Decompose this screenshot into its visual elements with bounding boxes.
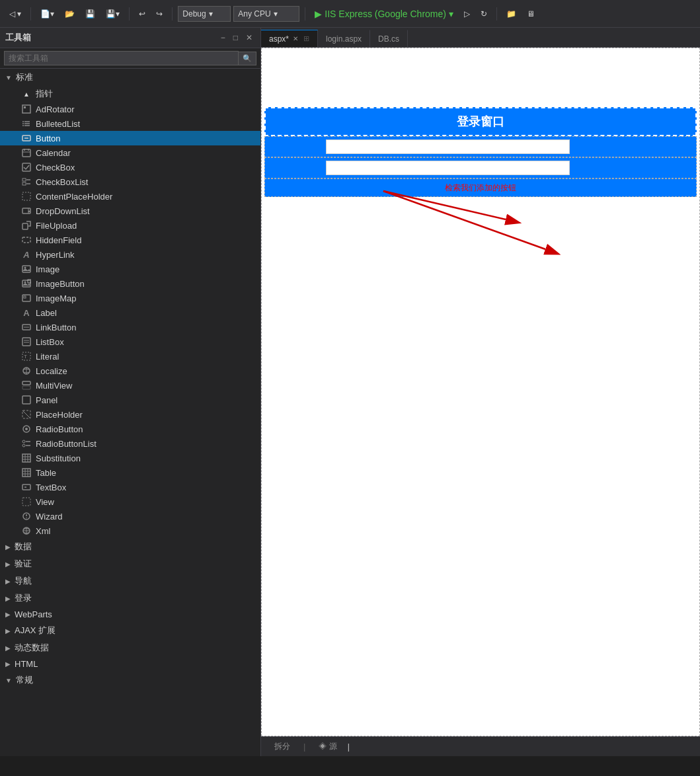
toolbox-panel: 工具箱 − □ ✕ 🔍 ▼ 标准 ▲ 指针 <box>0 28 261 756</box>
toolbox-item-fileupload[interactable]: FileUpload <box>0 218 260 233</box>
category-data[interactable]: ▶ 数据 <box>0 538 260 555</box>
toolbox-item-hiddenfield[interactable]: HiddenField <box>0 233 260 247</box>
category-ajax[interactable]: ▶ AJAX 扩展 <box>0 622 260 639</box>
toolbox-item-radiobuttonlist[interactable]: RadioButtonList <box>0 436 260 451</box>
toolbox-item-label: RadioButton <box>36 424 83 434</box>
svg-rect-63 <box>22 498 30 506</box>
toolbox-item-view[interactable]: View <box>0 494 260 509</box>
toolbox-item-label: Literal <box>36 352 59 362</box>
toolbox-item-label[interactable]: A Label <box>0 305 260 320</box>
toolbox-close-btn[interactable]: ✕ <box>243 32 255 43</box>
toolbox-item-checkboxlist[interactable]: CheckBoxList <box>0 175 260 189</box>
toolbox-item-label: AdRotator <box>36 104 75 114</box>
toolbox-item-imagebutton[interactable]: ImageButton <box>0 276 260 291</box>
back-btn[interactable]: ◁ ▾ <box>5 7 25 21</box>
tab-dbcs[interactable]: DB.cs <box>370 30 408 47</box>
login-username-input[interactable] <box>326 139 570 154</box>
category-arrow-ajax: ▶ <box>5 627 11 635</box>
login-password-row <box>264 157 697 178</box>
svg-rect-1 <box>24 106 26 108</box>
toolbox-item-calendar[interactable]: Calendar <box>0 145 260 160</box>
toolbox-item-table[interactable]: Table <box>0 465 260 480</box>
svg-line-44 <box>22 410 30 418</box>
placeholder-icon <box>21 409 32 420</box>
svg-rect-26 <box>22 280 30 287</box>
tab-aspx[interactable]: aspx* ✕ ⊞ <box>261 30 318 47</box>
reload-btn[interactable]: ↻ <box>477 7 491 21</box>
tab-loginaspx[interactable]: login.aspx <box>318 30 370 47</box>
toolbox-item-multiview[interactable]: MultiView <box>0 378 260 393</box>
editor-area: aspx* ✕ ⊞ login.aspx DB.cs 登录窗口 <box>261 28 700 756</box>
toolbox-item-placeholder[interactable]: PlaceHolder <box>0 407 260 422</box>
toolbox-item-imagemap[interactable]: ImageMap <box>0 291 260 305</box>
tab-aspx-close[interactable]: ✕ <box>293 35 298 42</box>
category-general[interactable]: ▼ 常规 <box>0 672 260 689</box>
login-password-input[interactable] <box>326 161 570 175</box>
search-box: 🔍 <box>0 48 260 69</box>
config-dropdown[interactable]: Debug ▾ <box>178 6 231 22</box>
toolbox-item-adrotator[interactable]: AdRotator <box>0 102 260 116</box>
category-validation[interactable]: ▶ 验证 <box>0 555 260 572</box>
toolbox-item-button[interactable]: Button <box>0 131 260 145</box>
toolbox-item-localize[interactable]: Localize <box>0 364 260 378</box>
toolbox-item-pointer[interactable]: ▲ 指针 <box>0 86 260 102</box>
platform-dropdown[interactable]: Any CPU ▾ <box>233 6 299 22</box>
toolbox-item-hyperlink[interactable]: A HyperLink <box>0 247 260 262</box>
bottom-tab-source[interactable]: ◈ 源 <box>311 738 344 755</box>
monitor-btn[interactable]: 🖥 <box>523 7 539 21</box>
bottom-tab-split[interactable]: 拆分 <box>266 738 298 755</box>
category-arrow-dynamic: ▶ <box>5 644 11 652</box>
toolbox-item-label: ImageMap <box>36 293 76 303</box>
toolbox-item-xml[interactable]: Xml <box>0 524 260 538</box>
design-area[interactable]: 登录窗口 检索我们添加的按钮 <box>261 48 700 736</box>
toolbox-item-contentplaceholder[interactable]: ContentPlaceHolder <box>0 189 260 204</box>
toolbox-item-listbox[interactable]: ListBox <box>0 334 260 349</box>
calendar-icon <box>21 147 32 158</box>
step-over-btn[interactable]: ▷ <box>460 7 474 21</box>
toolbox-item-label: Button <box>36 134 61 143</box>
category-label-dynamic: 动态数据 <box>15 642 49 654</box>
folder-btn[interactable]: 📁 <box>502 7 520 21</box>
toolbox-item-label: Xml <box>36 526 50 536</box>
toolbox-item-dropdownlist[interactable]: DropDownList <box>0 204 260 218</box>
toolbox-header: 工具箱 − □ ✕ <box>0 28 260 48</box>
run-btn[interactable]: ▶ IIS Express (Google Chrome) ▾ <box>311 6 457 22</box>
toolbox-item-panel[interactable]: Panel <box>0 393 260 407</box>
toolbox-item-checkbox[interactable]: CheckBox <box>0 160 260 175</box>
toolbox-item-label: TextBox <box>36 483 66 492</box>
toolbox-item-literal[interactable]: T Literal <box>0 349 260 364</box>
save-btn[interactable]: 💾 <box>81 7 99 21</box>
category-arrow-data: ▶ <box>5 543 11 551</box>
toolbox-pin-btn[interactable]: − <box>218 32 228 43</box>
category-dynamic[interactable]: ▶ 动态数据 <box>0 639 260 656</box>
undo-btn[interactable]: ↩ <box>135 7 149 21</box>
hiddenfield-icon <box>21 235 32 245</box>
toolbox-item-radiobutton[interactable]: RadioButton <box>0 422 260 436</box>
substitution-icon <box>21 453 32 463</box>
search-btn[interactable]: 🔍 <box>239 52 256 65</box>
tab-loginaspx-label: login.aspx <box>326 34 362 44</box>
wizard-icon <box>21 511 32 522</box>
toolbox-item-label: ListBox <box>36 337 64 347</box>
radiobuttonlist-icon <box>21 438 32 449</box>
category-navigation[interactable]: ▶ 导航 <box>0 572 260 590</box>
toolbox-item-wizard[interactable]: Wizard <box>0 509 260 524</box>
new-file-btn[interactable]: 📄▾ <box>36 7 58 21</box>
localize-icon <box>21 366 32 376</box>
category-arrow-navigation: ▶ <box>5 578 11 585</box>
toolbox-float-btn[interactable]: □ <box>231 32 241 43</box>
search-input[interactable] <box>4 51 239 65</box>
category-html[interactable]: ▶ HTML <box>0 656 260 672</box>
save-all-btn[interactable]: 💾▾ <box>102 7 124 21</box>
redo-btn[interactable]: ↪ <box>152 7 167 21</box>
toolbox-item-textbox[interactable]: TextBox <box>0 480 260 494</box>
toolbox-item-image[interactable]: Image <box>0 262 260 276</box>
toolbox-item-linkbutton[interactable]: LinkButton <box>0 320 260 334</box>
open-file-btn[interactable]: 📂 <box>61 7 79 21</box>
category-webparts[interactable]: ▶ WebParts <box>0 607 260 622</box>
category-login[interactable]: ▶ 登录 <box>0 590 260 607</box>
toolbox-item-substitution[interactable]: Substitution <box>0 451 260 465</box>
fileupload-icon <box>21 220 32 231</box>
category-standard[interactable]: ▼ 标准 <box>0 69 260 86</box>
toolbox-item-bulletedlist[interactable]: BulletedList <box>0 116 260 131</box>
